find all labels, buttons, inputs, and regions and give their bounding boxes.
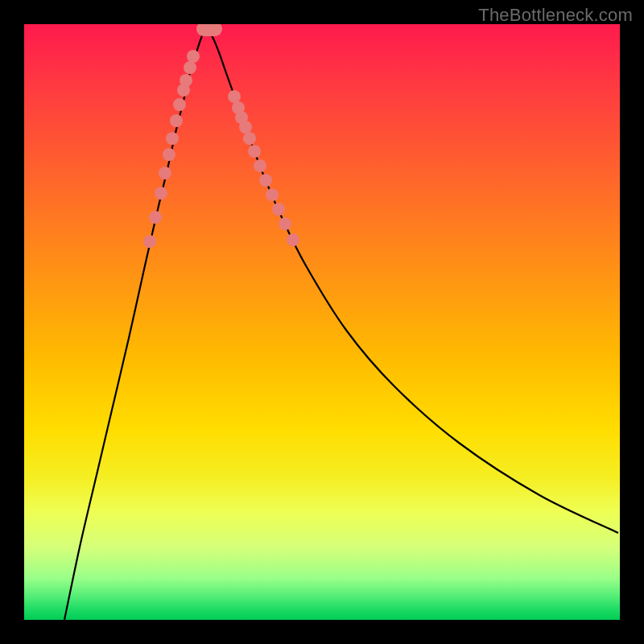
markers-right-branch: [228, 90, 299, 246]
marker-dot: [163, 148, 175, 161]
plot-area: [24, 24, 620, 620]
marker-dot: [279, 217, 291, 230]
marker-dot: [173, 98, 186, 111]
marker-dot: [184, 61, 196, 74]
marker-dot: [254, 159, 266, 172]
watermark-text: TheBottleneck.com: [478, 5, 633, 26]
marker-dot: [187, 50, 200, 63]
marker-dot: [155, 187, 167, 200]
markers-left-branch: [143, 50, 200, 248]
chart-container: TheBottleneck.com: [0, 0, 644, 644]
marker-dot: [149, 211, 162, 224]
marker-dot: [159, 167, 171, 180]
marker-dot: [180, 74, 192, 87]
marker-dot: [287, 233, 299, 246]
marker-dot: [266, 188, 279, 201]
marker-dot: [243, 132, 256, 145]
curve-svg: [24, 24, 620, 620]
marker-dot: [248, 145, 261, 158]
marker-dot: [272, 203, 285, 216]
marker-dot: [239, 121, 252, 134]
marker-dot: [170, 114, 183, 127]
marker-dot: [259, 174, 272, 187]
bottleneck-curve: [64, 27, 618, 620]
marker-dot: [228, 90, 241, 103]
bottom-capsule: [196, 24, 222, 36]
marker-dot: [166, 132, 179, 145]
bottom-capsule-shape: [196, 24, 222, 36]
marker-dot: [143, 235, 156, 248]
